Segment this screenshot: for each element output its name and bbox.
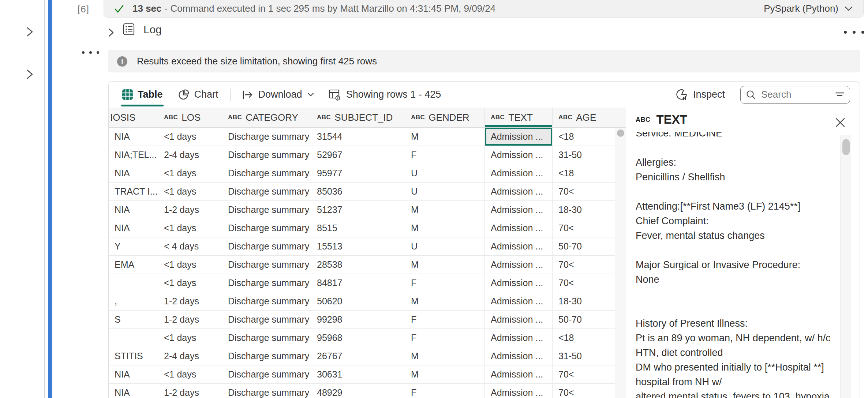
table-cell[interactable]: F — [405, 329, 485, 347]
table-cell[interactable]: M — [405, 292, 485, 311]
table-cell[interactable]: 70< — [553, 256, 615, 274]
table-cell[interactable]: 70< — [553, 384, 615, 398]
table-cell[interactable]: Admission ... — [485, 347, 553, 365]
table-cell[interactable]: 48929 — [311, 384, 405, 398]
table-cell[interactable]: S — [109, 311, 158, 329]
table-cell[interactable]: M — [405, 128, 485, 146]
table-cell[interactable]: Admission ... — [485, 311, 553, 329]
table-cell[interactable]: Admission ... — [485, 365, 553, 384]
table-cell[interactable]: <1 days — [158, 365, 222, 384]
table-cell[interactable]: Discharge summary — [222, 201, 311, 219]
table-cell[interactable]: 50-70 — [553, 237, 615, 256]
table-cell[interactable]: 31-50 — [553, 347, 615, 365]
table-cell[interactable]: 28538 — [311, 256, 405, 274]
panel-scrollbar-thumb[interactable] — [842, 139, 850, 155]
table-cell[interactable]: 1-2 days — [158, 201, 222, 219]
table-cell[interactable]: 30631 — [311, 365, 405, 384]
table-cell[interactable]: Admission ... — [485, 237, 553, 256]
table-cell[interactable]: Admission ... — [485, 128, 553, 146]
table-cell[interactable]: 2-4 days — [158, 146, 222, 164]
tab-table[interactable]: Table — [122, 82, 163, 108]
table-cell[interactable]: F — [405, 146, 485, 164]
table-cell[interactable]: U — [405, 237, 485, 256]
download-button[interactable]: Download — [242, 82, 314, 108]
table-cell[interactable]: 15513 — [311, 237, 405, 256]
column-header-los[interactable]: ABCLOS — [158, 108, 222, 128]
table-cell[interactable]: NIA — [109, 128, 158, 146]
table-cell[interactable]: <18 — [553, 164, 615, 183]
table-cell[interactable]: 95968 — [311, 329, 405, 347]
table-cell[interactable]: NIA — [109, 201, 158, 219]
panel-scrollbar[interactable] — [840, 135, 851, 398]
table-cell[interactable]: 18-30 — [553, 292, 615, 311]
table-cell[interactable]: 70< — [553, 365, 615, 384]
table-cell[interactable]: M — [405, 347, 485, 365]
table-cell[interactable]: Admission ... — [485, 164, 553, 183]
table-cell[interactable]: 84817 — [311, 274, 405, 292]
log-expand-chevron-icon[interactable] — [105, 27, 116, 38]
table-cell[interactable]: <1 days — [158, 274, 222, 292]
collapse-cell-chevron-icon[interactable] — [23, 26, 36, 38]
table-cell[interactable]: Admission ... — [485, 329, 553, 347]
table-cell[interactable]: <1 days — [158, 219, 222, 237]
column-header-category[interactable]: ABCCATEGORY — [222, 108, 311, 128]
table-cell[interactable]: <18 — [553, 128, 615, 146]
table-cell[interactable]: Discharge summary — [222, 384, 311, 398]
table-cell[interactable]: F — [405, 274, 485, 292]
tab-chart[interactable]: Chart — [178, 82, 218, 108]
table-cell[interactable]: Discharge summary — [222, 274, 311, 292]
table-cell[interactable]: Discharge summary — [222, 329, 311, 347]
cell-more-options-button[interactable] — [82, 51, 99, 54]
table-cell[interactable]: Discharge summary — [222, 164, 311, 183]
column-header-subject_id[interactable]: ABCSUBJECT_ID — [311, 108, 405, 128]
table-cell[interactable]: NIA — [109, 164, 158, 183]
close-icon[interactable] — [835, 117, 846, 128]
table-cell[interactable]: 31-50 — [553, 146, 615, 164]
table-cell[interactable]: Admission ... — [485, 384, 553, 398]
table-cell[interactable]: TRACT I... — [109, 183, 158, 201]
table-cell[interactable]: 51237 — [311, 201, 405, 219]
table-cell[interactable]: NIA — [109, 219, 158, 237]
table-scrollbar[interactable] — [615, 108, 626, 398]
table-cell[interactable]: Admission ... — [485, 292, 553, 311]
column-header-iosis[interactable]: IOSIS — [109, 108, 158, 128]
table-cell[interactable]: <1 days — [158, 164, 222, 183]
table-cell[interactable]: <1 days — [158, 128, 222, 146]
table-cell[interactable]: M — [405, 201, 485, 219]
table-cell[interactable]: Discharge summary — [222, 146, 311, 164]
search-box[interactable] — [740, 86, 850, 104]
table-cell[interactable] — [109, 274, 158, 292]
table-cell[interactable]: F — [405, 384, 485, 398]
table-cell[interactable]: Discharge summary — [222, 256, 311, 274]
table-cell[interactable]: 99298 — [311, 311, 405, 329]
column-header-gender[interactable]: ABCGENDER — [405, 108, 485, 128]
table-cell[interactable]: NIA;TEL... — [109, 146, 158, 164]
table-cell[interactable]: U — [405, 183, 485, 201]
table-cell[interactable]: M — [405, 219, 485, 237]
table-cell[interactable]: 95977 — [311, 164, 405, 183]
table-cell[interactable]: 85036 — [311, 183, 405, 201]
table-cell[interactable]: 50620 — [311, 292, 405, 311]
table-cell[interactable]: 52967 — [311, 146, 405, 164]
table-cell[interactable]: NIA — [109, 384, 158, 398]
output-more-options-button[interactable] — [844, 31, 864, 34]
table-cell[interactable]: NIA — [109, 365, 158, 384]
table-cell[interactable]: Admission ... — [485, 201, 553, 219]
table-cell[interactable]: Y — [109, 237, 158, 256]
table-cell[interactable] — [109, 329, 158, 347]
table-cell[interactable]: M — [405, 365, 485, 384]
kernel-selector[interactable]: PySpark (Python) — [764, 3, 853, 14]
table-cell[interactable]: Discharge summary — [222, 237, 311, 256]
table-cell[interactable]: F — [405, 311, 485, 329]
table-cell[interactable]: 2-4 days — [158, 347, 222, 365]
table-cell[interactable]: EMA — [109, 256, 158, 274]
table-cell[interactable]: 70< — [553, 183, 615, 201]
collapse-output-chevron-icon[interactable] — [23, 68, 36, 80]
table-cell[interactable]: 1-2 days — [158, 292, 222, 311]
table-cell[interactable]: Admission ... — [485, 183, 553, 201]
table-cell[interactable]: <1 days — [158, 183, 222, 201]
table-cell[interactable]: 18-30 — [553, 201, 615, 219]
table-cell[interactable]: Admission ... — [485, 146, 553, 164]
table-cell[interactable]: Discharge summary — [222, 347, 311, 365]
table-cell[interactable]: <18 — [553, 329, 615, 347]
